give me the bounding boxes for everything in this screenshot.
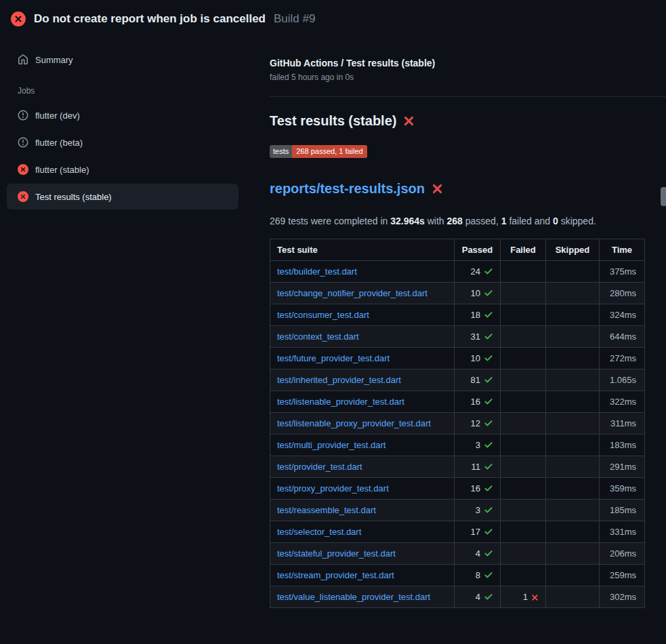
time-cell: 206ms: [600, 543, 645, 565]
summary-text: with: [425, 216, 447, 226]
x-circle-icon: [18, 191, 28, 202]
failed-cell: [501, 413, 546, 435]
passed-cell: 11: [455, 456, 501, 478]
skipped-cell: [546, 521, 600, 543]
suite-link[interactable]: test/multi_provider_test.dart: [277, 440, 386, 450]
check-icon: [484, 548, 493, 558]
column-header: Test suite: [270, 239, 455, 261]
failed-cell: [501, 456, 546, 478]
sidebar: Summary Jobs flutter (dev) flutter (beta…: [0, 33, 264, 211]
sidebar-item-flutter-beta[interactable]: flutter (beta): [7, 129, 238, 155]
table-row: test/consumer_test.dart18324ms: [270, 304, 645, 326]
time-cell: 359ms: [600, 478, 645, 500]
time-cell: 644ms: [600, 326, 645, 348]
failed-cell: [501, 435, 546, 456]
sidebar-item-test-results-stable[interactable]: Test results (stable): [7, 184, 238, 209]
suite-link[interactable]: test/stream_provider_test.dart: [277, 570, 394, 580]
table-row: test/builder_test.dart24375ms: [270, 261, 645, 283]
time-cell: 311ms: [600, 413, 645, 435]
passed-cell: 16: [455, 478, 501, 500]
passed-cell: 4: [455, 586, 501, 608]
skipped-cell: [546, 565, 600, 586]
skipped-cell: [546, 348, 600, 369]
check-icon: [484, 310, 493, 319]
table-row: test/listenable_proxy_provider_test.dart…: [270, 413, 645, 435]
skipped-cell: [546, 586, 600, 608]
failed-status-icon: [11, 12, 26, 26]
x-icon: [531, 594, 539, 601]
failed-cell: [501, 543, 546, 565]
skipped-cell: [546, 500, 600, 521]
check-icon: [484, 353, 493, 363]
check-icon: [484, 527, 493, 536]
sidebar-item-flutter-dev[interactable]: flutter (dev): [7, 102, 238, 128]
sidebar-item-flutter-stable[interactable]: flutter (stable): [7, 157, 238, 182]
table-row: test/change_notifier_provider_test.dart1…: [270, 283, 645, 304]
alert-circle-icon: [18, 137, 28, 148]
time-cell: 183ms: [600, 435, 645, 456]
suite-link[interactable]: test/proxy_provider_test.dart: [277, 483, 389, 494]
suite-link[interactable]: test/provider_test.dart: [277, 462, 362, 472]
time-cell: 259ms: [600, 565, 645, 586]
passed-cell: 4: [455, 543, 501, 565]
summary-skipped-count: 0: [553, 216, 558, 226]
suite-link[interactable]: test/stateful_provider_test.dart: [277, 548, 396, 559]
suite-link[interactable]: test/value_listenable_provider_test.dart: [277, 592, 430, 602]
failed-cell: [501, 261, 546, 283]
suite-link[interactable]: test/selector_test.dart: [277, 527, 361, 537]
section-title-row: Test results (stable): [270, 113, 666, 129]
table-row: test/selector_test.dart17331ms: [270, 521, 645, 543]
check-icon: [484, 483, 493, 493]
failed-cell: 1: [501, 586, 546, 608]
failed-cell: [501, 391, 546, 413]
skipped-cell: [546, 435, 600, 456]
badge-message: 268 passed, 1 failed: [292, 145, 367, 158]
summary-line: 269 tests were completed in 32.964s with…: [270, 216, 666, 226]
check-icon: [484, 375, 493, 384]
passed-cell: 17: [455, 521, 501, 543]
failed-cell: [501, 369, 546, 391]
summary-text: skipped.: [558, 216, 596, 226]
check-icon: [484, 462, 493, 471]
sidebar-item-summary[interactable]: Summary: [7, 47, 238, 73]
breadcrumb: GitHub Actions / Test results (stable): [270, 58, 666, 68]
passed-cell: 12: [455, 413, 501, 435]
sidebar-item-label: flutter (dev): [35, 110, 80, 121]
summary-total-time: 32.964s: [390, 216, 425, 226]
time-cell: 1.065s: [600, 369, 645, 391]
table-row: test/proxy_provider_test.dart16359ms: [270, 478, 645, 500]
suite-link[interactable]: test/future_provider_test.dart: [277, 353, 390, 363]
summary-passed-count: 268: [447, 216, 463, 226]
suite-link[interactable]: test/consumer_test.dart: [277, 310, 369, 320]
scrollbar-thumb[interactable]: [661, 187, 666, 206]
passed-cell: 81: [455, 369, 501, 391]
report-link[interactable]: reports/test-results.json: [270, 181, 425, 197]
suite-link[interactable]: test/inherited_provider_test.dart: [277, 375, 401, 385]
check-icon: [484, 505, 493, 515]
passed-cell: 8: [455, 565, 501, 586]
summary-text: failed and: [507, 216, 554, 226]
suite-link[interactable]: test/change_notifier_provider_test.dart: [277, 288, 428, 298]
suite-link[interactable]: test/builder_test.dart: [277, 266, 357, 277]
failed-cell: [501, 283, 546, 304]
suite-link[interactable]: test/context_test.dart: [277, 331, 359, 342]
skipped-cell: [546, 283, 600, 304]
x-circle-icon: [18, 164, 28, 175]
test-results-table: Test suitePassedFailedSkippedTime test/b…: [270, 239, 645, 608]
suite-link[interactable]: test/reassemble_test.dart: [277, 505, 376, 515]
skipped-cell: [546, 304, 600, 326]
jobs-heading: Jobs: [7, 74, 238, 102]
summary-text: 269 tests were completed in: [270, 216, 390, 226]
time-cell: 331ms: [600, 521, 645, 543]
time-cell: 302ms: [600, 586, 645, 608]
suite-link[interactable]: test/listenable_proxy_provider_test.dart: [277, 418, 431, 428]
suite-link[interactable]: test/listenable_provider_test.dart: [277, 397, 404, 407]
failed-x-icon: [432, 183, 443, 195]
time-cell: 291ms: [600, 456, 645, 478]
skipped-cell: [546, 478, 600, 500]
failed-cell: [501, 565, 546, 586]
check-icon: [484, 440, 493, 449]
failed-cell: [501, 500, 546, 521]
build-header: Do not create report when job is cancell…: [0, 0, 666, 33]
section-title: Test results (stable): [270, 113, 396, 129]
